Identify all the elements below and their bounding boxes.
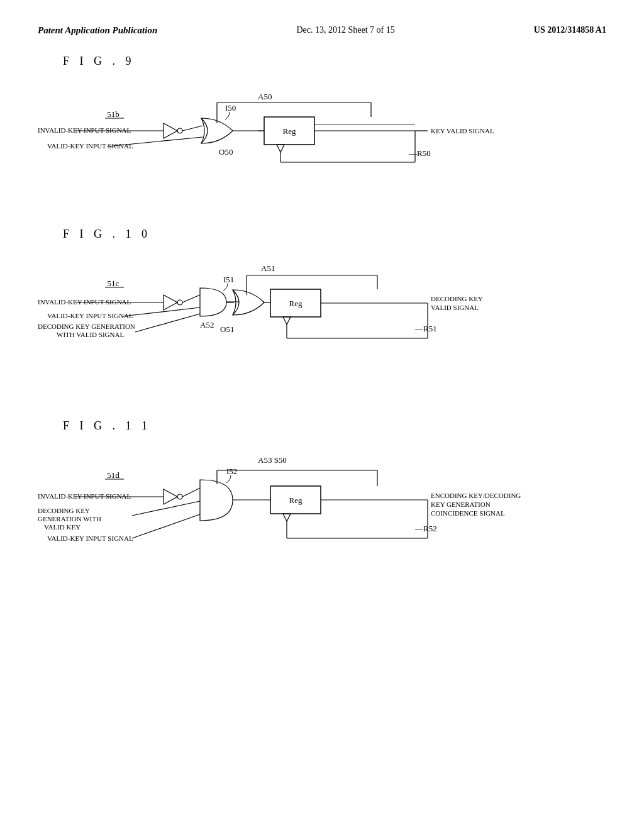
page: Patent Application Publication Dec. 13, … [0, 0, 644, 830]
fig11-ref-51d: 51d [107, 470, 119, 480]
fig10-valid-key-label: VALID-KEY INPUT SIGNAL [47, 312, 133, 319]
fig10-invalid-key-label: INVALID-KEY INPUT SIGNAL [38, 298, 131, 306]
fig10-label-I51: I51 [223, 275, 234, 284]
fig11-valid-key-label: VALID KEY [44, 523, 80, 531]
svg-point-41 [177, 494, 182, 499]
figure-11-section: F I G . 1 1 51d A53 S50 I52 INVALID-KEY … [38, 419, 606, 592]
fig9-key-valid-label: KEY VALID SIGNAL [431, 127, 494, 135]
fig10-decoding-key-gen-label: DECODING KEY GENERATION [38, 323, 135, 330]
svg-line-25 [123, 307, 200, 316]
fig10-reg-label: Reg [289, 299, 303, 308]
fig9-ref-51b: 51b [107, 109, 119, 119]
fig11-valid-key-input-label: VALID-KEY INPUT SIGNAL [47, 534, 133, 542]
publication-date-sheet: Dec. 13, 2012 Sheet 7 of 15 [296, 25, 394, 35]
fig11-key-gen-label: KEY GENERATION [431, 501, 491, 508]
fig11-coincidence-label: COINCIDENCE SIGNAL [431, 509, 505, 517]
svg-marker-2 [164, 123, 177, 138]
svg-line-24 [182, 295, 200, 302]
fig9-label-R50: —R50 [408, 148, 431, 158]
fig10-ref-51c: 51c [108, 279, 119, 288]
fig11-generation-with-label: GENERATION WITH [38, 515, 101, 523]
svg-line-5 [182, 126, 203, 131]
figure-9-diagram: 51b A50 I50 INVALID-KEY INPUT SIGNAL [38, 80, 606, 196]
figure-11-svg: 51d A53 S50 I52 INVALID-KEY INPUT SIGNAL [38, 445, 591, 590]
svg-marker-30 [283, 317, 291, 324]
svg-point-3 [177, 128, 182, 133]
publication-title: Patent Application Publication [38, 25, 157, 36]
svg-line-45 [132, 514, 200, 538]
fig9-label-I50: I50 [225, 103, 236, 113]
fig10-label-A51: A51 [261, 263, 275, 273]
fig11-encoding-key-label: ENCODING KEY/DECODING [431, 492, 521, 499]
svg-marker-48 [283, 514, 291, 521]
svg-marker-8 [277, 145, 284, 152]
fig11-invalid-key-label: INVALID-KEY INPUT SIGNAL [38, 492, 131, 500]
fig10-label-O51: O51 [220, 324, 234, 334]
publication-number: US 2012/314858 A1 [534, 25, 606, 35]
page-header: Patent Application Publication Dec. 13, … [38, 25, 606, 36]
fig11-label-I52: I52 [226, 467, 237, 476]
fig10-decoding-key-valid-label: DECODING KEY [431, 295, 483, 302]
fig9-label-O50: O50 [219, 147, 233, 157]
svg-line-43 [182, 488, 200, 497]
fig9-invalid-key-label: INVALID-KEY INPUT SIGNAL [38, 126, 131, 134]
fig10-label-A52: A52 [200, 320, 214, 329]
fig10-valid-signal-label: VALID SIGNAL [431, 304, 479, 311]
fig10-label-R51: —R51 [414, 324, 437, 333]
fig11-label-A53: A53 S50 [258, 455, 287, 465]
fig9-reg-label: Reg [283, 126, 296, 136]
fig11-label-R52: —R52 [414, 524, 437, 533]
svg-marker-40 [164, 489, 177, 504]
svg-line-26 [135, 314, 200, 332]
fig10-with-valid-label: WITH VALID SIGNAL [57, 331, 124, 338]
fig11-reg-label: Reg [289, 495, 303, 505]
figure-11-label: F I G . 1 1 [63, 419, 606, 433]
fig9-valid-key-label: VALID-KEY INPUT SIGNAL [47, 142, 133, 150]
figure-9-svg: 51b A50 I50 INVALID-KEY INPUT SIGNAL [38, 80, 579, 194]
svg-marker-21 [164, 295, 177, 310]
svg-point-22 [177, 300, 182, 305]
figure-10-svg: 51c A51 I51 INVALID-KEY INPUT SIGNAL [38, 253, 591, 385]
figure-10-diagram: 51c A51 I51 INVALID-KEY INPUT SIGNAL [38, 253, 606, 388]
figure-10-label: F I G . 1 0 [63, 228, 606, 241]
figure-9-label: F I G . 9 [63, 55, 606, 68]
figure-11-diagram: 51d A53 S50 I52 INVALID-KEY INPUT SIGNAL [38, 445, 606, 592]
fig11-decoding-key-label: DECODING KEY [38, 507, 90, 514]
figure-10-section: F I G . 1 0 51c A51 I51 INVALID-KEY INPU… [38, 228, 606, 388]
fig9-label-A50: A50 [258, 92, 272, 101]
figure-9-section: F I G . 9 51b A50 I50 [38, 55, 606, 196]
